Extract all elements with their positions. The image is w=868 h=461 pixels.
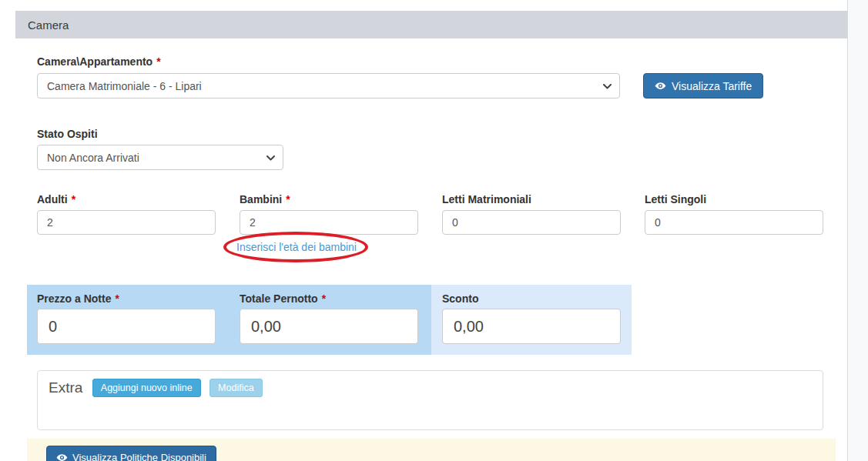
visualizza-politiche-label: Visualizza Politiche Disponibili [72, 452, 206, 461]
adulti-label: Adulti* [37, 192, 216, 206]
eye-icon [655, 80, 666, 92]
required-asterisk: * [322, 292, 326, 305]
children-age-link[interactable]: Inserisci l'età dei bambini [235, 239, 358, 255]
prezzo-notte-column: Prezzo a Notte* [37, 292, 216, 344]
bambini-input[interactable] [240, 210, 418, 235]
aggiungi-nuovo-inline-button[interactable]: Aggiungi nuovo inline [92, 379, 201, 397]
visualizza-tariffe-label: Visualizza Tariffe [672, 80, 752, 92]
chevron-down-icon [266, 155, 275, 161]
letti-matrimoniali-input[interactable] [442, 210, 621, 235]
room-row: Camera Matrimoniale - 6 - Lipari Visuali… [37, 73, 836, 99]
guest-status-group: Stato Ospiti Non Ancora Arrivati [37, 127, 836, 170]
required-asterisk: * [72, 193, 75, 205]
required-asterisk: * [156, 55, 160, 68]
modifica-button[interactable]: Modifica [209, 379, 263, 397]
room-select-value: Camera Matrimoniale - 6 - Lipari [47, 80, 202, 92]
pricing-section: Prezzo a Notte* Totale Pernotto* Sconto [27, 285, 632, 355]
bambini-label-text: Bambini [240, 193, 282, 205]
adulti-input[interactable] [37, 210, 216, 235]
panel-title: Camera [28, 18, 69, 32]
totale-pernotto-label-text: Totale Pernotto [240, 292, 318, 305]
guest-status-label: Stato Ospiti [37, 127, 836, 141]
policies-well: Visualizza Politiche Disponibili [27, 439, 836, 461]
required-asterisk: * [286, 193, 290, 205]
bambini-column: Bambini* Inserisci l'età dei bambini [240, 192, 418, 255]
chevron-down-icon [603, 84, 612, 89]
booking-room-form-page: Camera Camera\Appartamento* Camera Matri… [0, 0, 868, 461]
eye-icon [56, 452, 68, 461]
letti-singoli-input[interactable] [645, 210, 823, 235]
prezzo-notte-input[interactable] [37, 309, 216, 344]
guest-status-value: Non Ancora Arrivati [47, 152, 139, 164]
required-asterisk: * [115, 292, 119, 305]
room-field-label: Camera\Appartamento* [37, 55, 836, 68]
sconto-column: Sconto [442, 292, 621, 344]
adulti-label-text: Adulti [37, 193, 68, 205]
occupancy-row: Adulti* Bambini* Inserisci l'età dei bam… [37, 192, 836, 255]
panel-header: Camera [15, 11, 847, 38]
children-age-link-wrap: Inserisci l'età dei bambini [235, 239, 358, 255]
sconto-label: Sconto [442, 292, 621, 306]
letti-matrimoniali-column: Letti Matrimoniali [442, 192, 621, 255]
extra-section-title: Extra [49, 379, 82, 396]
visualizza-politiche-button[interactable]: Visualizza Politiche Disponibili [46, 446, 216, 461]
panel-body: Camera\Appartamento* Camera Matrimoniale… [15, 38, 847, 461]
adulti-column: Adulti* [37, 192, 216, 255]
letti-matrimoniali-label: Letti Matrimoniali [442, 192, 621, 206]
room-field-label-text: Camera\Appartamento [37, 55, 152, 68]
totale-pernotto-input[interactable] [240, 309, 418, 344]
extra-section: Extra Aggiungi nuovo inline Modifica [37, 370, 823, 430]
bambini-label: Bambini* [240, 192, 418, 206]
letti-singoli-label: Letti Singoli [645, 192, 823, 206]
page-right-margin [847, 0, 868, 461]
visualizza-tariffe-button[interactable]: Visualizza Tariffe [643, 73, 763, 99]
camera-panel: Camera Camera\Appartamento* Camera Matri… [15, 11, 847, 461]
guest-status-select[interactable]: Non Ancora Arrivati [37, 145, 283, 170]
sconto-input[interactable] [442, 309, 621, 344]
room-field-group: Camera\Appartamento* Camera Matrimoniale… [37, 55, 836, 99]
prezzo-notte-label: Prezzo a Notte* [37, 292, 216, 306]
prezzo-notte-label-text: Prezzo a Notte [37, 292, 111, 305]
totale-pernotto-column: Totale Pernotto* [240, 292, 418, 344]
totale-pernotto-label: Totale Pernotto* [240, 292, 418, 306]
letti-singoli-column: Letti Singoli [645, 192, 823, 255]
pricing-row: Prezzo a Notte* Totale Pernotto* Sconto [27, 285, 632, 344]
room-select[interactable]: Camera Matrimoniale - 6 - Lipari [37, 73, 620, 99]
